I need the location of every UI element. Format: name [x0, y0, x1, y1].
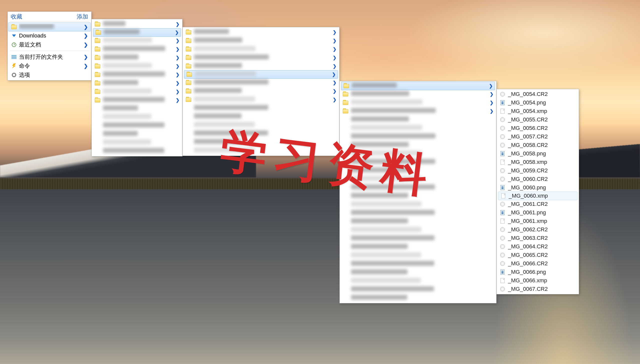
file-item[interactable]: _MG_0057.CR2 — [497, 132, 578, 141]
file-name: _MG_0067.CR2 — [508, 286, 548, 292]
cr2-icon — [499, 226, 505, 232]
list-item[interactable]: ❯ — [93, 96, 182, 104]
file-item[interactable]: _MG_0066.png — [497, 268, 578, 276]
file-item[interactable]: _MG_0056.CR2 — [497, 124, 578, 132]
list-item[interactable]: ❯ — [93, 79, 182, 88]
chevron-right-icon: ❯ — [175, 30, 179, 35]
list-item[interactable] — [340, 234, 495, 243]
file-name: _MG_0066.CR2 — [508, 260, 548, 267]
favorites-item[interactable]: Downloads❯ — [9, 31, 91, 40]
list-item[interactable] — [340, 294, 495, 302]
favorites-action[interactable]: 选项 — [9, 70, 91, 80]
list-item-label — [103, 114, 151, 120]
file-item[interactable]: _MG_0063.CR2 — [497, 234, 578, 242]
favorites-action[interactable]: 命令❯ — [9, 62, 91, 70]
list-item[interactable]: ❯ — [184, 96, 338, 104]
file-item[interactable]: _MG_0062.CR2 — [497, 225, 578, 234]
list-item[interactable] — [93, 138, 182, 147]
file-item[interactable]: _MG_0061.CR2 — [497, 200, 578, 208]
list-item[interactable]: ❯ — [184, 54, 338, 62]
download-icon — [11, 33, 17, 39]
file-item[interactable]: _MG_0054.png — [497, 98, 578, 107]
list-item[interactable]: ❯ — [340, 90, 495, 98]
list-item[interactable] — [340, 226, 495, 234]
list-item-label — [351, 91, 409, 98]
list-item[interactable]: ❯ — [93, 62, 182, 70]
file-item[interactable]: _MG_0055.CR2 — [497, 116, 578, 124]
list-item[interactable] — [340, 285, 495, 294]
list-item[interactable] — [93, 122, 182, 130]
favorites-panel: 收藏 添加 ❯Downloads❯最近文档❯ 当前打开的文件夹❯命令❯选项 — [8, 12, 92, 80]
list-item[interactable] — [340, 217, 495, 226]
list-item[interactable] — [340, 116, 495, 124]
file-item[interactable]: _MG_0058.xmp — [497, 158, 578, 166]
list-item[interactable]: ❯ — [93, 88, 182, 96]
list-item[interactable] — [93, 104, 182, 113]
list-item[interactable] — [340, 260, 495, 268]
list-item-label — [195, 71, 256, 78]
file-item[interactable]: _MG_0065.CR2 — [497, 251, 578, 259]
list-item[interactable]: ❯ — [184, 28, 338, 36]
file-item[interactable]: _MG_0060.png — [497, 183, 578, 192]
list-item[interactable]: ❯ — [184, 36, 338, 45]
list-item[interactable] — [340, 243, 495, 251]
list-item[interactable]: ❯ — [93, 28, 181, 37]
list-item-label — [351, 244, 408, 250]
list-item[interactable]: ❯ — [184, 70, 338, 79]
file-item[interactable]: _MG_0061.png — [497, 208, 578, 217]
file-name: _MG_0061.CR2 — [508, 201, 548, 207]
file-item[interactable]: _MG_0054.CR2 — [497, 90, 578, 98]
list-item[interactable]: ❯ — [93, 20, 182, 28]
list-item[interactable]: ❯ — [184, 78, 338, 87]
list-item[interactable]: ❯ — [93, 70, 182, 79]
file-item[interactable]: _MG_0058.png — [497, 150, 578, 158]
folder-icon — [342, 108, 348, 114]
list-item[interactable] — [340, 251, 495, 260]
file-item[interactable]: _MG_0059.CR2 — [497, 166, 578, 175]
favorites-add-link[interactable]: 添加 — [77, 13, 88, 20]
file-item[interactable]: _MG_0066.CR2 — [497, 259, 578, 268]
chevron-right-icon: ❯ — [176, 98, 180, 103]
list-item[interactable]: ❯ — [340, 107, 495, 116]
list-item[interactable]: ❯ — [341, 82, 495, 90]
file-item[interactable]: _MG_0054.xmp — [497, 107, 578, 116]
chevron-right-icon: ❯ — [490, 100, 493, 106]
list-item[interactable]: ❯ — [93, 54, 182, 62]
list-item[interactable]: ❯ — [184, 62, 338, 70]
list-item[interactable]: ❯ — [93, 36, 182, 45]
favorites-item-label: Downloads — [19, 32, 84, 39]
list-item[interactable] — [340, 277, 495, 285]
list-item[interactable] — [184, 104, 338, 112]
list-item[interactable] — [340, 268, 495, 277]
file-item[interactable]: _MG_0060.xmp — [498, 192, 577, 200]
png-icon — [499, 269, 505, 275]
list-item[interactable] — [340, 209, 495, 217]
favorites-item[interactable]: 最近文档❯ — [9, 40, 91, 49]
list-item[interactable] — [184, 112, 338, 121]
file-item[interactable]: _MG_0061.xmp — [497, 217, 578, 225]
list-item[interactable]: ❯ — [184, 87, 338, 96]
folder-icon — [186, 72, 192, 78]
list-item-label — [352, 83, 397, 89]
list-item[interactable]: ❯ — [93, 45, 182, 54]
file-item[interactable]: _MG_0066.xmp — [497, 276, 578, 285]
favorites-item[interactable]: ❯ — [8, 22, 91, 32]
list-item[interactable]: ❯ — [340, 98, 495, 107]
file-item[interactable]: _MG_0058.CR2 — [497, 141, 578, 150]
favorites-action[interactable]: 当前打开的文件夹❯ — [9, 52, 91, 62]
list-item[interactable] — [93, 130, 182, 138]
list-item[interactable] — [93, 113, 182, 122]
file-item[interactable]: _MG_0064.CR2 — [497, 242, 578, 251]
folder-icon — [95, 89, 101, 95]
list-item[interactable]: ❯ — [184, 45, 338, 54]
png-icon — [499, 100, 505, 106]
list-item-label — [351, 286, 434, 293]
folder-icon — [95, 38, 101, 44]
cr2-icon — [499, 286, 505, 292]
folder-column-4: _MG_0054.CR2_MG_0054.png_MG_0054.xmp_MG_… — [496, 89, 579, 294]
file-item[interactable]: _MG_0060.CR2 — [497, 175, 578, 183]
file-name: _MG_0054.png — [508, 100, 546, 106]
list-item[interactable] — [93, 147, 182, 156]
list-item[interactable] — [340, 124, 495, 132]
file-item[interactable]: _MG_0067.CR2 — [497, 285, 578, 293]
